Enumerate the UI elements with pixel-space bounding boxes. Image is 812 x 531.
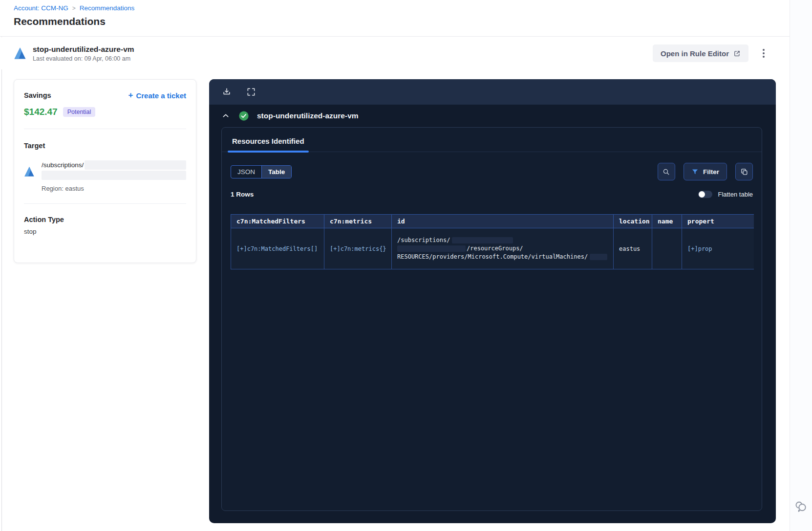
action-type-value: stop: [24, 228, 186, 235]
create-ticket-link[interactable]: + Create a ticket: [128, 90, 187, 100]
search-button[interactable]: [658, 163, 675, 180]
cell-id: /subscriptions/ /resourceGroups/ RESOURC…: [392, 228, 614, 269]
expand-matched-filters-link[interactable]: [+]c7n:MatchedFilters[]: [236, 245, 318, 252]
open-in-rule-editor-button[interactable]: Open in Rule Editor: [653, 44, 748, 62]
expand-metrics-link[interactable]: [+]c7n:metrics{}: [330, 245, 386, 252]
redacted-value: [85, 160, 186, 170]
flatten-table-label: Flatten table: [718, 191, 753, 198]
view-json-button[interactable]: JSON: [231, 166, 262, 178]
target-label: Target: [24, 142, 186, 150]
target-row: /subscriptions/ Region: eastus: [24, 160, 186, 192]
rule-name: stop-underutilized-azure-vm: [33, 45, 134, 54]
table-header-row: c7n:MatchedFilters c7n:metrics id locati…: [231, 215, 754, 228]
top-bar: Account: CCM-NG > Recommendations Recomm…: [0, 0, 790, 37]
breadcrumb-account-link[interactable]: Account: CCM-NG: [14, 4, 68, 12]
id-line-1: /subscriptions/: [397, 237, 450, 243]
id-line-3: RESOURCES/providers/Microsoft.Compute/vi…: [397, 253, 588, 260]
cell-location: eastus: [614, 228, 652, 269]
target-region: Region: eastus: [42, 185, 186, 192]
view-table-button[interactable]: Table: [262, 166, 291, 178]
chevron-up-icon[interactable]: [222, 112, 230, 120]
panel-rule-title: stop-underutilized-azure-vm: [257, 111, 359, 120]
redacted-value: [452, 237, 513, 243]
resources-table-wrap: c7n:MatchedFilters c7n:metrics id locati…: [231, 214, 754, 269]
filter-label: Filter: [703, 168, 719, 176]
resources-identified-card: Resources Identified JSON Table Filter: [221, 127, 762, 511]
column-header-location: location: [614, 215, 652, 228]
plus-icon: +: [128, 90, 133, 100]
rule-header: stop-underutilized-azure-vm Last evaluat…: [0, 37, 790, 69]
id-line-2: /resourceGroups/: [467, 244, 523, 253]
search-icon: [662, 168, 670, 176]
copy-icon: [740, 168, 748, 176]
rows-line: 1 Rows Flatten table: [222, 191, 762, 198]
rows-count: 1 Rows: [231, 191, 254, 198]
filter-icon: [691, 168, 699, 176]
tab-resources-identified[interactable]: Resources Identified: [228, 137, 309, 152]
success-check-icon: [238, 111, 249, 121]
open-in-rule-editor-label: Open in Rule Editor: [661, 49, 729, 58]
tab-row: Resources Identified: [222, 128, 762, 152]
results-panel: stop-underutilized-azure-vm Resources Id…: [209, 79, 776, 523]
filter-button[interactable]: Filter: [684, 163, 727, 180]
right-rail: [790, 0, 812, 531]
panel-toolbar: [209, 79, 776, 105]
action-type-label: Action Type: [24, 216, 186, 223]
cell-name: [652, 228, 682, 269]
rule-header-text: stop-underutilized-azure-vm Last evaluat…: [33, 45, 134, 62]
resources-table: c7n:MatchedFilters c7n:metrics id locati…: [231, 214, 754, 269]
page-edge-divider: [1, 0, 2, 531]
breadcrumb: Account: CCM-NG > Recommendations: [14, 4, 790, 12]
card-divider: [24, 203, 186, 204]
download-icon[interactable]: [222, 87, 232, 97]
create-ticket-label: Create a ticket: [136, 91, 186, 100]
column-header-metrics: c7n:metrics: [324, 215, 392, 228]
cell-properties: [+]prop: [682, 228, 754, 269]
page-title: Recommendations: [14, 16, 790, 27]
view-mode-segmented-control: JSON Table: [231, 165, 292, 178]
redacted-value: [590, 254, 607, 260]
redacted-value: [42, 171, 186, 180]
flatten-table-toggle[interactable]: [698, 191, 712, 198]
external-link-icon: [733, 50, 741, 57]
chat-help-icon[interactable]: [794, 500, 808, 513]
fullscreen-icon[interactable]: [246, 87, 256, 97]
copy-button[interactable]: [735, 163, 753, 180]
rule-header-actions: Open in Rule Editor: [653, 44, 768, 62]
potential-badge: Potential: [63, 107, 96, 117]
view-controls-row: JSON Table Filter: [222, 163, 762, 180]
expand-properties-link[interactable]: [+]prop: [687, 245, 712, 252]
more-options-kebab-icon[interactable]: [759, 47, 768, 60]
savings-amount: $142.47: [24, 107, 58, 117]
rule-last-evaluated: Last evaluated on: 09 Apr, 06:00 am: [33, 55, 134, 62]
table-row: [+]c7n:MatchedFilters[] [+]c7n:metrics{}…: [231, 228, 754, 269]
target-subscription-path: /subscriptions/: [42, 161, 84, 169]
column-header-id: id: [392, 215, 614, 228]
column-header-properties: propert: [682, 215, 754, 228]
azure-icon: [24, 166, 35, 177]
redacted-value: [397, 245, 466, 252]
card-divider: [24, 129, 186, 129]
breadcrumb-recommendations-link[interactable]: Recommendations: [80, 4, 135, 12]
cell-matched-filters: [+]c7n:MatchedFilters[]: [231, 228, 324, 269]
savings-label: Savings: [24, 91, 51, 99]
column-header-matched-filters: c7n:MatchedFilters: [231, 215, 324, 228]
azure-icon: [14, 47, 26, 60]
cell-metrics: [+]c7n:metrics{}: [324, 228, 392, 269]
flatten-toggle-group: Flatten table: [698, 191, 753, 198]
breadcrumb-separator: >: [72, 5, 76, 12]
savings-card: Savings + Create a ticket $142.47 Potent…: [14, 79, 196, 263]
panel-rule-row: stop-underutilized-azure-vm: [209, 105, 776, 127]
column-header-name: name: [652, 215, 682, 228]
